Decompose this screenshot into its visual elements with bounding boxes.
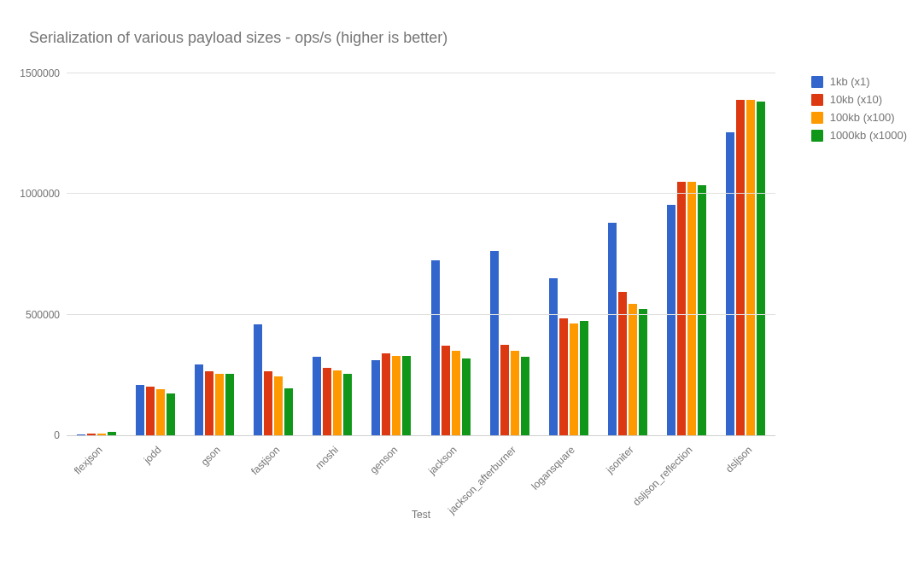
bar xyxy=(225,374,234,435)
y-tick-label: 1500000 xyxy=(20,67,60,79)
x-label-slot: genson xyxy=(362,439,421,507)
x-tick-label: moshi xyxy=(313,444,342,472)
bar xyxy=(639,309,647,435)
bar-group xyxy=(67,73,126,435)
bar xyxy=(77,434,85,435)
bar xyxy=(677,182,686,435)
x-label-slot: gson xyxy=(184,439,243,507)
legend-item: 100kb (x100) xyxy=(811,111,907,124)
bar-group xyxy=(184,73,243,435)
bar xyxy=(167,393,175,435)
x-tick-label: jodd xyxy=(141,444,163,466)
legend-item: 10kb (x10) xyxy=(811,93,907,106)
bar-group xyxy=(539,73,598,435)
grid-line xyxy=(67,193,775,194)
x-axis-title: Test xyxy=(67,509,775,521)
chart-container: Serialization of various payload sizes -… xyxy=(0,0,924,571)
bar xyxy=(580,321,588,435)
x-label-slot: moshi xyxy=(303,439,362,507)
x-axis-labels: flexjsonjoddgsonfastjsonmoshigensonjacks… xyxy=(67,439,775,507)
y-tick-label: 0 xyxy=(54,429,60,441)
bar xyxy=(608,223,617,435)
bar-group xyxy=(716,73,775,435)
bar xyxy=(215,374,224,435)
x-tick-label: genson xyxy=(368,444,401,476)
bar xyxy=(97,434,106,435)
bar-group xyxy=(480,73,539,435)
legend: 1kb (x1)10kb (x10)100kb (x100)1000kb (x1… xyxy=(811,75,907,147)
bar xyxy=(452,351,460,435)
bar xyxy=(757,102,765,435)
bar xyxy=(87,434,96,435)
bar xyxy=(521,357,529,435)
bar xyxy=(511,351,519,435)
bar xyxy=(629,304,637,435)
bar-group xyxy=(658,73,716,435)
bar xyxy=(736,100,745,435)
bar-groups xyxy=(67,73,775,435)
grid-line xyxy=(67,73,775,73)
bar xyxy=(156,389,165,435)
bar xyxy=(667,205,675,435)
bar xyxy=(490,251,499,435)
bar-group xyxy=(126,73,184,435)
bar xyxy=(431,260,440,435)
bar-group xyxy=(303,73,362,435)
x-tick-label: gson xyxy=(198,444,222,468)
bar xyxy=(382,353,390,435)
bar xyxy=(687,182,696,435)
bar xyxy=(500,345,509,435)
chart-title: Serialization of various payload sizes -… xyxy=(29,29,447,47)
legend-label: 100kb (x100) xyxy=(830,111,895,124)
x-label-slot: dsljson xyxy=(716,439,775,507)
legend-item: 1000kb (x1000) xyxy=(811,129,907,142)
bar xyxy=(205,371,213,435)
bar-group xyxy=(244,73,303,435)
bar xyxy=(698,185,706,435)
legend-swatch xyxy=(811,94,823,106)
legend-label: 10kb (x10) xyxy=(830,93,882,106)
legend-label: 1kb (x1) xyxy=(830,75,870,88)
x-label-slot: jodd xyxy=(126,439,184,507)
bar xyxy=(726,132,734,435)
bar xyxy=(108,432,116,435)
legend-label: 1000kb (x1000) xyxy=(830,129,907,142)
x-label-slot: logansquare xyxy=(539,439,598,507)
bar xyxy=(392,356,401,435)
x-label-slot: flexjson xyxy=(67,439,126,507)
bar xyxy=(462,358,471,435)
grid-line xyxy=(67,314,775,315)
bar xyxy=(559,318,568,435)
legend-swatch xyxy=(811,112,823,124)
x-label-slot: jackson_afterburner xyxy=(480,439,539,507)
x-tick-label: fastjson xyxy=(249,444,282,477)
x-label-slot: dsljson_reflection xyxy=(658,439,716,507)
legend-swatch xyxy=(811,76,823,88)
bar xyxy=(284,388,293,435)
bar xyxy=(274,376,283,435)
x-tick-label: flexjson xyxy=(71,444,104,477)
bar-group xyxy=(362,73,421,435)
x-tick-label: jsoniter xyxy=(604,444,635,475)
plot-area: 050000010000001500000 xyxy=(67,73,775,436)
y-tick-label: 1000000 xyxy=(20,188,60,200)
bar xyxy=(442,346,450,435)
bar xyxy=(402,356,411,435)
bar xyxy=(146,387,155,435)
bar xyxy=(264,371,272,435)
bar-group xyxy=(599,73,658,435)
bar xyxy=(136,385,144,435)
bar xyxy=(195,364,203,435)
bar xyxy=(343,374,352,435)
x-label-slot: fastjson xyxy=(244,439,303,507)
bar xyxy=(254,324,262,435)
bar xyxy=(549,278,558,435)
y-tick-label: 500000 xyxy=(26,309,60,321)
x-tick-label: jackson xyxy=(425,444,459,477)
bar xyxy=(746,100,755,435)
bar xyxy=(371,360,380,435)
legend-item: 1kb (x1) xyxy=(811,75,907,88)
bar xyxy=(313,357,321,435)
bar xyxy=(323,368,331,435)
bar-group xyxy=(421,73,480,435)
